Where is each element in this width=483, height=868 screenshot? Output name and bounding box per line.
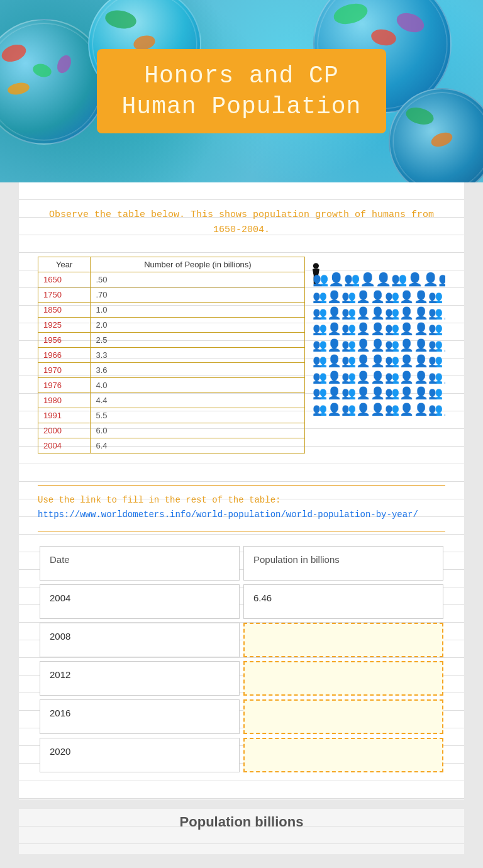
world-population-link[interactable]: https://www.worldometers.info/world-popu… <box>38 509 418 520</box>
table-row: 1956 <box>38 333 91 348</box>
table-row: 4.4 <box>91 393 305 408</box>
table-row: .50 <box>91 272 305 287</box>
date-header: Date <box>40 546 240 581</box>
table-row: 3.6 <box>91 363 305 378</box>
main-content: Observe the table below. This shows popu… <box>19 182 464 799</box>
instruction-text: Observe the table below. This shows popu… <box>38 201 445 244</box>
title-line2: Human Population <box>122 91 362 122</box>
population-input-cell[interactable] <box>243 623 443 657</box>
table-row: .70 <box>91 287 305 303</box>
population-input-cell[interactable] <box>243 738 443 772</box>
table-container: Year Number of People (in billions) 1650… <box>38 257 445 466</box>
table-row: 6.4 <box>91 438 305 453</box>
population-input-cell[interactable] <box>243 661 443 696</box>
table-row: 1980 <box>38 393 91 408</box>
svg-text:👥👤👥👤👤👥👤👤👥👤: 👥👤👥👤👤👥👤👤👥👤 <box>313 338 445 352</box>
col-year-header: Year <box>38 257 91 272</box>
table-row: 1925 <box>38 318 91 333</box>
table-row: 1976 <box>38 378 91 393</box>
date-cell: 2004 <box>40 584 240 619</box>
svg-text:👥👤👥👤👤👥👤👤👥👤: 👥👤👥👤👤👥👤👤👥👤 <box>313 306 445 320</box>
bottom-section: Population billions <box>19 809 464 854</box>
table-row: 1970 <box>38 363 91 378</box>
svg-text:👥👤👥👤👤👥👤👤👥👤: 👥👤👥👤👤👥👤👤👥👤 <box>313 272 445 287</box>
table-row: 2.5 <box>91 333 305 348</box>
fill-in-table: DatePopulation in billions20046.46200820… <box>38 544 445 774</box>
svg-text:👥👤👥👤👤👥👤👤👥👤: 👥👤👥👤👤👥👤👤👥👤 <box>313 402 445 416</box>
table-row: 1750 <box>38 287 91 303</box>
table-row: 1966 <box>38 348 91 363</box>
table-row: 1.0 <box>91 303 305 318</box>
table-row: 2004 <box>38 438 91 453</box>
globe-spots-4 <box>390 89 483 182</box>
table-row: 3.3 <box>91 348 305 363</box>
date-cell: 2008 <box>40 623 240 657</box>
people-illustration: 👥👤👥👤👤👥👤👤👥👤 👥👤👥👤👤👥👤👤👥 👥👤👥👤👤👥👤👤👥👤 👥👤👥👤👤👥👤👤… <box>311 257 445 426</box>
population-value-cell: 6.46 <box>243 584 443 619</box>
table-row: 1650 <box>38 272 91 287</box>
svg-text:👥👤👥👤👤👥👤👤👥: 👥👤👥👤👤👥👤👤👥 <box>313 353 443 368</box>
col-population-header: Number of People (in billions) <box>91 257 305 272</box>
svg-text:👥👤👥👤👤👥👤👤👥👤: 👥👤👥👤👤👥👤👤👥👤 <box>313 370 445 384</box>
table-row: 1850 <box>38 303 91 318</box>
title-line1: Honors and CP <box>122 60 362 91</box>
population-input-cell[interactable] <box>243 699 443 734</box>
svg-text:👥👤👥👤👤👥👤👤👥: 👥👤👥👤👤👥👤👤👥 <box>313 321 443 336</box>
table-row: 4.0 <box>91 378 305 393</box>
table-row: 2000 <box>38 423 91 438</box>
link-section: Use the link to fill in the rest of the … <box>38 495 445 531</box>
svg-text:👥👤👥👤👤👥👤👤👥: 👥👤👥👤👤👥👤👤👥 <box>313 289 443 304</box>
link-instruction: Use the link to fill in the rest of the … <box>38 495 445 505</box>
date-cell: 2020 <box>40 738 240 772</box>
table-row: 6.0 <box>91 423 305 438</box>
title-box: Honors and CP Human Population <box>97 49 387 134</box>
date-cell: 2016 <box>40 699 240 734</box>
historical-table: Year Number of People (in billions) 1650… <box>38 257 305 453</box>
table-row: 5.5 <box>91 408 305 423</box>
population-label: Population billions <box>38 809 445 835</box>
table-row: 2.0 <box>91 318 305 333</box>
hero-banner: Honors and CP Human Population <box>0 0 483 182</box>
svg-point-0 <box>313 263 319 269</box>
population-header: Population in billions <box>243 546 443 581</box>
svg-text:👥👤👥👤👤👥👤👤👥: 👥👤👥👤👤👥👤👤👥 <box>313 386 443 400</box>
date-cell: 2012 <box>40 661 240 696</box>
table-row: 1991 <box>38 408 91 423</box>
